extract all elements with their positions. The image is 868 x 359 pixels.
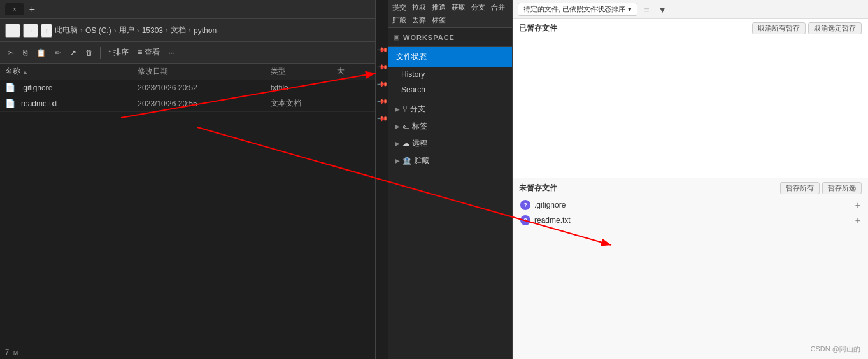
remote-icon: ☁: [402, 139, 409, 148]
branch-toolbar-button[interactable]: 分支: [469, 1, 488, 13]
unstaged-section-header: 未暂存文件 暂存所有 暂存所选: [513, 178, 868, 197]
file-type-gitignore: txtfile: [271, 83, 337, 92]
file-list-header: 名称 ▲ 修改日期 类型 大: [0, 64, 375, 80]
list-item[interactable]: ? .gitignore +: [513, 197, 868, 213]
git-top-toolbar: 提交 拉取 推送 获取 分支 合并 贮藏 丢弃 标签: [388, 0, 512, 28]
stage-selected-button[interactable]: 暂存所选: [822, 182, 862, 194]
share-button[interactable]: ↗: [66, 46, 80, 60]
view-button[interactable]: ≡ 查看: [134, 45, 163, 60]
tag-icon: 🏷: [402, 123, 409, 130]
paste-button[interactable]: 📋: [32, 46, 50, 60]
fetch-button[interactable]: 获取: [449, 1, 468, 13]
tab-close-icon[interactable]: ×: [13, 6, 17, 13]
unstaged-action-buttons: 暂存所有 暂存所选: [780, 182, 862, 194]
file-date-readme: 2023/10/26 20:55: [138, 99, 270, 108]
pin-icon-2[interactable]: 📌: [376, 61, 388, 73]
settings-button[interactable]: ▼: [655, 3, 669, 16]
push-button[interactable]: 推送: [429, 1, 448, 13]
file-list: 📄 .gitignore 2023/10/26 20:52 txtfile 📄 …: [0, 80, 375, 344]
breadcrumb-docs[interactable]: 文档: [171, 25, 186, 36]
table-row[interactable]: 📄 readme.txt 2023/10/26 20:55 文本文档: [0, 95, 375, 112]
file-status-badge-gitignore: ?: [520, 200, 530, 210]
sidebar-item-branch[interactable]: ▶ ⑂ 分支: [388, 101, 512, 118]
remote-label: 远程: [412, 138, 427, 149]
back-button[interactable]: ←: [5, 24, 20, 38]
stage-file-gitignore-button[interactable]: +: [855, 200, 860, 210]
up-button[interactable]: ↑: [41, 24, 52, 38]
file-status-badge-readme: ?: [520, 215, 530, 225]
tags-toolbar-button[interactable]: 标签: [429, 14, 448, 26]
stage-file-readme-button[interactable]: +: [855, 215, 860, 225]
staged-action-buttons: 取消所有暂存 取消选定暂存: [752, 22, 862, 34]
sidebar-item-history[interactable]: History: [388, 67, 512, 82]
status-bar-left: 7- м: [5, 348, 18, 356]
address-bar: ← → ↑ 此电脑 › OS (C:) › 用户 › 15303 › 文档 › …: [0, 19, 375, 42]
rename-button[interactable]: ✏: [51, 46, 65, 60]
breadcrumb-user-id[interactable]: 15303: [142, 26, 163, 35]
breadcrumb-sep-4: ›: [166, 26, 168, 35]
merge-button[interactable]: 合并: [488, 1, 508, 13]
pin-icon-1[interactable]: 📌: [376, 44, 388, 56]
stash-label: 贮藏: [414, 155, 429, 166]
cut-button[interactable]: ✂: [4, 46, 18, 60]
file-date-gitignore: 2023/10/26 20:52: [138, 83, 270, 92]
table-row[interactable]: 📄 .gitignore 2023/10/26 20:52 txtfile: [0, 80, 375, 95]
tab-item[interactable]: ×: [5, 3, 24, 15]
file-status-label: 文件状态: [396, 52, 427, 62]
copy-button[interactable]: ⎘: [19, 46, 31, 60]
breadcrumb-computer[interactable]: 此电脑: [55, 25, 78, 36]
file-name-readme[interactable]: 📄 readme.txt: [5, 99, 138, 108]
tab-bar: × +: [0, 0, 375, 19]
list-item[interactable]: ? readme.txt +: [513, 213, 868, 228]
breadcrumb-sep-2: ›: [114, 26, 117, 35]
staged-files-area: [513, 38, 868, 178]
breadcrumb-sep-3: ›: [137, 26, 139, 35]
unstaged-label: 未暂存文件: [519, 183, 557, 194]
forward-button[interactable]: →: [23, 24, 38, 38]
cancel-all-staged-button[interactable]: 取消所有暂存: [752, 22, 806, 34]
menu-button[interactable]: ≡: [641, 3, 651, 16]
cancel-selected-staged-button[interactable]: 取消选定暂存: [808, 22, 862, 34]
col-header-date[interactable]: 修改日期: [138, 66, 270, 77]
stage-all-button[interactable]: 暂存所有: [780, 182, 820, 194]
col-header-name[interactable]: 名称 ▲: [5, 66, 138, 77]
breadcrumb-project[interactable]: python-: [194, 26, 219, 35]
menu-icon: ≡: [644, 4, 649, 15]
sidebar-item-tags[interactable]: ▶ 🏷 标签: [388, 118, 512, 135]
sidebar-item-remote[interactable]: ▶ ☁ 远程: [388, 135, 512, 152]
workspace-icon: ▣: [394, 34, 399, 41]
pin-icon-5[interactable]: 📌: [376, 113, 388, 125]
file-name-gitignore[interactable]: 📄 .gitignore: [5, 83, 138, 92]
sidebar-item-stash[interactable]: ▶ 🏦 贮藏: [388, 152, 512, 169]
pin-icon-3[interactable]: 📌: [376, 78, 388, 90]
unstaged-file-left-readme: ? readme.txt: [520, 215, 571, 225]
pull-button[interactable]: 拉取: [409, 1, 429, 13]
git-main-toolbar: 待定的文件, 已依照文件状态排序 ▾ ≡ ▼: [513, 0, 868, 19]
branch-icon: ⑂: [402, 104, 408, 114]
col-header-type[interactable]: 类型: [271, 66, 337, 77]
filter-label[interactable]: 待定的文件, 已依照文件状态排序 ▾: [518, 3, 637, 16]
col-header-size[interactable]: 大: [337, 66, 370, 77]
workspace-label: WORKSPACE: [403, 34, 455, 41]
breadcrumb-drive[interactable]: OS (C:): [85, 26, 111, 35]
sort-button[interactable]: ↑ 排序: [104, 45, 132, 60]
filter-dropdown-icon: ▾: [628, 5, 632, 13]
file-type-readme: 文本文档: [271, 98, 337, 109]
settings-icon: ▼: [658, 4, 667, 15]
expand-icon-branch: ▶: [395, 106, 400, 113]
side-icons-panel: 📌 📌 📌 📌 📌: [376, 41, 388, 359]
sidebar-item-file-status[interactable]: 文件状态: [388, 47, 512, 67]
sidebar-item-search[interactable]: Search: [388, 82, 512, 97]
commit-button[interactable]: 提交: [390, 1, 409, 13]
pin-icon-4[interactable]: 📌: [376, 95, 388, 108]
more-button[interactable]: ···: [165, 46, 179, 60]
discard-button[interactable]: 丢弃: [409, 14, 429, 26]
file-toolbar: ✂ ⎘ 📋 ✏ ↗ 🗑 ↑ 排序 ≡ 查看 ···: [0, 42, 375, 64]
watermark: CSDN @阿山的: [811, 344, 860, 354]
workspace-label-bar: ▣ WORKSPACE: [388, 28, 512, 47]
delete-button[interactable]: 🗑: [82, 46, 97, 60]
breadcrumb-users[interactable]: 用户: [119, 25, 134, 36]
new-tab-button[interactable]: +: [24, 4, 40, 15]
expand-icon-remote: ▶: [395, 140, 400, 147]
stash-toolbar-button[interactable]: 贮藏: [390, 14, 409, 26]
